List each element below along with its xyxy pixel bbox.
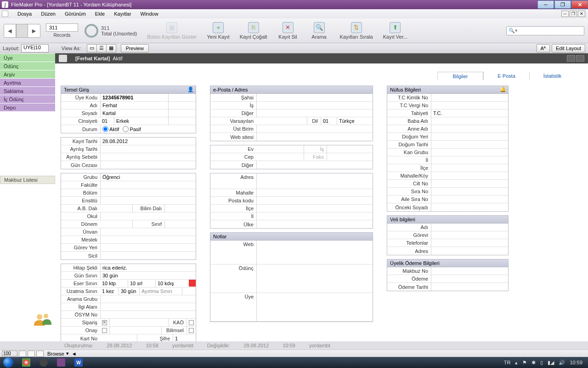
ciltno-field[interactable] — [431, 180, 508, 187]
veli-adi-field[interactable] — [431, 224, 508, 231]
import-button[interactable]: ⬆Kayıt Ver... — [383, 22, 407, 40]
sort-button[interactable]: ⇅Kayıtları Sırala — [340, 22, 373, 40]
zoom-in-button[interactable] — [28, 351, 35, 357]
nufus-mahalle-field[interactable] — [431, 172, 508, 179]
tab-bilgiler[interactable]: Bilgiler — [437, 72, 483, 80]
adres-field[interactable] — [256, 173, 373, 189]
unvan-field[interactable] — [100, 228, 196, 236]
not-uye[interactable] — [256, 293, 373, 321]
onceki-soyadi-field[interactable] — [431, 203, 508, 211]
tel-ev[interactable] — [256, 145, 304, 153]
nav-ayirtma[interactable]: Ayırtma — [0, 78, 55, 86]
mdi-close[interactable]: ✕ — [578, 11, 585, 17]
sifre-field[interactable]: 1 — [173, 334, 196, 341]
minimize-button[interactable]: ─ — [537, 0, 554, 9]
kangrubu-field[interactable] — [431, 149, 508, 156]
ailesira-field[interactable] — [431, 196, 508, 203]
preview-button[interactable]: Preview — [121, 44, 149, 52]
nav-makbuz[interactable]: Makbuz Listesi — [0, 176, 55, 184]
layout-dropdown[interactable]: UYE|10 — [21, 44, 49, 52]
nav-saklama[interactable]: Saklama — [0, 86, 55, 95]
delete-record-button[interactable]: ✕Kayıt Sil — [277, 22, 299, 40]
okul-field[interactable] — [100, 213, 196, 220]
tray-network-icon[interactable]: ▮◢ — [548, 360, 554, 366]
search-input[interactable] — [520, 27, 584, 34]
menu-kayitlar[interactable]: Kayıtlar — [109, 10, 136, 17]
grubu-field[interactable]: Öğrenci — [100, 173, 196, 181]
sirano-field[interactable] — [431, 188, 508, 195]
tel-cep[interactable] — [256, 153, 304, 161]
postakodu-field[interactable] — [256, 197, 373, 204]
view-list-button[interactable]: ☰ — [96, 44, 107, 52]
view-toggle-2[interactable] — [576, 55, 584, 62]
uye-kodu-field[interactable]: 12345678901 — [100, 94, 168, 101]
show-all-button[interactable]: ▦Bütün Kayıtları Göster — [147, 22, 197, 40]
dogumtarihi-field[interactable] — [431, 141, 508, 148]
ustbirim-field[interactable] — [256, 125, 373, 132]
website-field[interactable] — [256, 133, 373, 141]
record-number-input[interactable] — [46, 23, 78, 32]
zoom-level[interactable]: 100 — [2, 351, 17, 356]
gun-cezasi-field[interactable] — [100, 161, 196, 169]
donem-field[interactable] — [100, 220, 132, 228]
scroll-left[interactable]: ◄ — [72, 351, 77, 356]
menu-duzen[interactable]: Düzen — [36, 10, 60, 17]
adres-il-field[interactable] — [256, 213, 373, 220]
nav-uye[interactable]: Üye — [0, 53, 55, 62]
odeme-field[interactable] — [431, 275, 508, 282]
view-table-button[interactable]: ▦ — [106, 44, 116, 52]
taskbar-word[interactable]: W — [71, 357, 86, 368]
close-button[interactable]: ✕ — [571, 0, 588, 9]
soyadi-field[interactable]: Kartal — [100, 109, 168, 117]
menu-dosya[interactable]: Dosya — [13, 10, 36, 17]
zoom-out-button[interactable] — [19, 351, 26, 357]
aa-button[interactable]: Aª — [537, 44, 550, 52]
ayrilis-tarihi-field[interactable] — [100, 145, 196, 153]
abdali-field[interactable] — [100, 205, 132, 212]
eser3[interactable]: 10 kdış — [155, 280, 188, 287]
durum-pasif-radio[interactable] — [123, 126, 129, 132]
kao-checkbox[interactable] — [189, 320, 194, 325]
ilgi-alani-field[interactable] — [100, 303, 196, 310]
bilimsel-checkbox[interactable] — [189, 328, 194, 333]
fakulte-field[interactable] — [100, 181, 196, 189]
maximize-button[interactable]: ❐ — [554, 0, 571, 9]
hitap-field[interactable]: rica ederiz. — [100, 264, 196, 271]
bilimdali-field[interactable] — [164, 205, 196, 212]
prev-record-button[interactable]: ◄ — [4, 24, 16, 37]
cinsiyet-kod[interactable]: 01 — [100, 117, 114, 125]
nufus-ilce-field[interactable] — [431, 164, 508, 172]
home-icon[interactable] — [59, 55, 67, 62]
nufus-il-field[interactable] — [431, 156, 508, 164]
mode-browse[interactable]: Browse — [45, 351, 66, 356]
siparis-checkbox[interactable] — [102, 320, 107, 325]
taskbar-filemaker[interactable] — [53, 357, 69, 368]
record-slider[interactable] — [16, 24, 28, 37]
tel-is[interactable] — [327, 145, 373, 153]
sicil-field[interactable] — [100, 252, 196, 259]
tab-istatistik[interactable]: İstatistik — [529, 72, 575, 80]
tray-flag-icon[interactable]: ⚑ — [522, 360, 527, 366]
gun-siniri-field[interactable]: 30 gün — [100, 272, 196, 279]
sinif-field[interactable] — [164, 220, 196, 228]
onay-checkbox[interactable] — [102, 328, 107, 333]
ayirtma-field[interactable] — [182, 288, 196, 295]
ayrilis-sebebi-field[interactable] — [100, 153, 196, 161]
menu-ekle[interactable]: Ekle — [90, 10, 109, 17]
bolum-field[interactable] — [100, 189, 196, 196]
adres-ulke-field[interactable] — [256, 220, 373, 228]
gorevyeri-field[interactable] — [100, 244, 196, 251]
makbuz-field[interactable] — [431, 267, 508, 275]
find-button[interactable]: 🔍Arama — [309, 22, 330, 40]
mahalle-field[interactable] — [256, 189, 373, 196]
tray-volume-icon[interactable]: 🔊 — [559, 360, 565, 366]
durum-aktif-radio[interactable] — [102, 126, 108, 132]
uz2[interactable]: 30 gün — [119, 288, 139, 295]
anne-field[interactable] — [431, 125, 508, 132]
varsayilan-field[interactable] — [256, 117, 307, 125]
tel-diger[interactable] — [256, 161, 373, 169]
veli-gorevi-field[interactable] — [431, 231, 508, 239]
nav-depo[interactable]: Depo — [0, 103, 55, 111]
new-record-button[interactable]: ＋Yeni Kayıt — [207, 22, 229, 40]
duplicate-record-button[interactable]: ⎘Kayıt Çoğalt — [240, 22, 267, 40]
